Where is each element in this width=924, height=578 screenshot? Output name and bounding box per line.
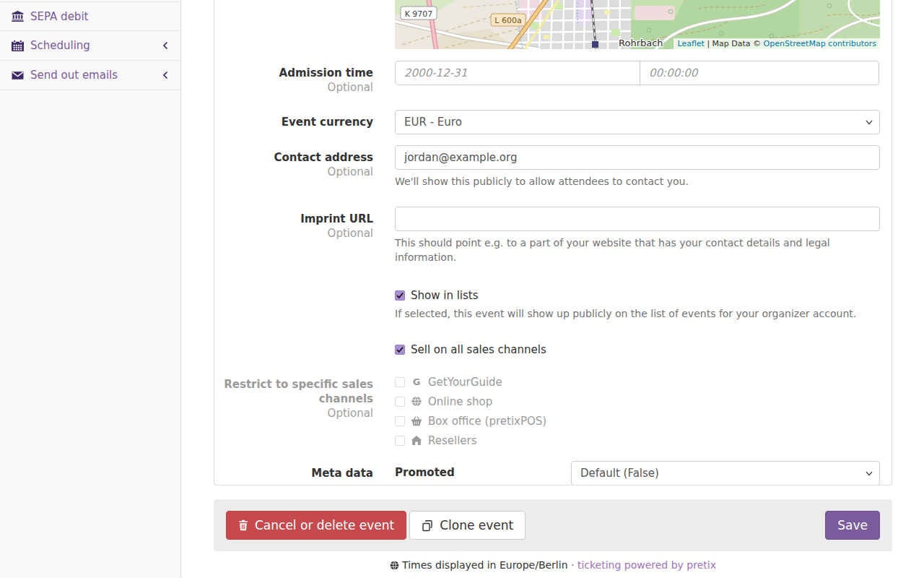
event-currency-label: Event currency [214,115,373,129]
chevron-down-icon [866,471,873,476]
contact-address-input[interactable] [395,145,880,170]
location-map[interactable]: K 9707 L 600a Rohrbach Leaflet | Map Dat… [395,0,880,49]
meta-data-row: Meta data Promoted Default (False) [214,461,892,486]
optional-hint: Optional [214,165,373,179]
sidebar-item-label: Send out emails [30,69,155,82]
restrict-channels-label-2: channels [214,392,373,406]
save-button[interactable]: Save [825,511,880,540]
sidebar-item-label: SEPA debit [30,10,169,23]
clone-event-button[interactable]: Clone event [409,511,526,540]
channel-box-office: Box office (pretixPOS) [395,411,880,431]
globe-icon [390,561,399,570]
sidebar-item-send-out-emails[interactable]: Send out emails [0,61,180,90]
form-action-bar: Cancel or delete event Clone event Save [214,499,892,551]
checkbox-checked-icon [395,345,405,355]
page-footer: Times displayed in Europe/Berlin · ticke… [214,559,892,571]
admission-time-label: Admission time [214,66,373,80]
globe-icon [411,396,422,407]
restrict-channels-row: Restrict to specific sales channels Opti… [214,372,892,450]
svg-text:L 600a: L 600a [494,16,521,25]
sidebar-item-label: Scheduling [30,39,155,52]
chevron-left-icon [162,71,169,79]
channel-resellers: Resellers [395,431,880,450]
svg-text:G: G [413,376,421,387]
clone-icon [422,519,433,532]
timezone-text: Times displayed in Europe/Berlin [402,559,567,571]
openstreetmap-link[interactable]: OpenStreetMap contributors [764,39,876,48]
imprint-url-input[interactable] [395,207,880,231]
imprint-url-help: This should point e.g. to a part of your… [395,236,880,264]
show-in-lists-help: If selected, this event will show up pub… [395,306,880,321]
map-attribution: Leaflet | Map Data © OpenStreetMap contr… [674,38,880,49]
envelope-icon [12,70,24,81]
sidebar-item-sepa-debit[interactable]: SEPA debit [0,1,180,31]
checkbox-unchecked-icon [395,377,405,387]
imprint-url-row: Imprint URL Optional This should point e… [214,207,892,272]
meta-data-label: Meta data [214,466,373,480]
checkbox-unchecked-icon [395,436,405,446]
map-town-label: Rohrbach [619,38,663,48]
channel-online-shop: Online shop [395,392,880,411]
main-content: K 9707 L 600a Rohrbach Leaflet | Map Dat… [214,0,892,571]
event-settings-panel: K 9707 L 600a Rohrbach Leaflet | Map Dat… [214,0,892,486]
optional-hint: Optional [214,406,373,420]
getyourguide-icon: G [411,376,422,387]
contact-address-help: We'll show this publicly to allow attend… [395,174,880,189]
channel-getyourguide: G GetYourGuide [395,372,880,392]
promoted-select[interactable]: Default (False) [571,461,880,486]
home-icon [411,435,422,446]
cancel-or-delete-event-button[interactable]: Cancel or delete event [226,511,406,540]
powered-by-pretix-link[interactable]: ticketing powered by pretix [578,559,716,571]
basket-icon [411,415,422,426]
imprint-url-label: Imprint URL [214,212,373,226]
svg-text:K 9707: K 9707 [405,9,433,19]
sell-all-channels-row: Sell on all sales channels [214,343,892,356]
map-road-label-k9707: K 9707 [401,7,437,20]
sell-all-channels-checkbox[interactable]: Sell on all sales channels [395,343,880,356]
show-in-lists-checkbox[interactable]: Show in lists [395,289,880,302]
checkbox-checked-icon [395,290,405,301]
checkbox-unchecked-icon [395,397,405,407]
trash-icon [238,519,248,531]
contact-address-label: Contact address [214,150,373,165]
checkbox-unchecked-icon [395,416,405,426]
chevron-left-icon [162,41,169,50]
leaflet-link[interactable]: Leaflet [677,39,704,48]
optional-hint: Optional [214,80,373,95]
admission-time-row: Admission time Optional [214,61,892,95]
sidebar: SEPA debit Scheduling Send out emails [0,0,181,578]
event-currency-select[interactable]: EUR - Euro [395,110,880,134]
admission-time-input[interactable] [640,61,879,85]
show-in-lists-row: Show in lists If selected, this event wi… [214,289,892,328]
chevron-down-icon [866,120,873,125]
admission-date-input[interactable] [395,61,640,85]
calendar-icon [12,40,24,51]
bank-icon [12,11,24,22]
sidebar-item-scheduling[interactable]: Scheduling [0,31,180,61]
event-currency-row: Event currency EUR - Euro [214,110,892,134]
restrict-channels-label: Restrict to specific sales [214,377,373,392]
promoted-label: Promoted [395,461,571,486]
map-road-label-l600a: L 600a [491,14,526,26]
optional-hint: Optional [214,226,373,241]
contact-address-row: Contact address Optional We'll show this… [214,145,892,196]
